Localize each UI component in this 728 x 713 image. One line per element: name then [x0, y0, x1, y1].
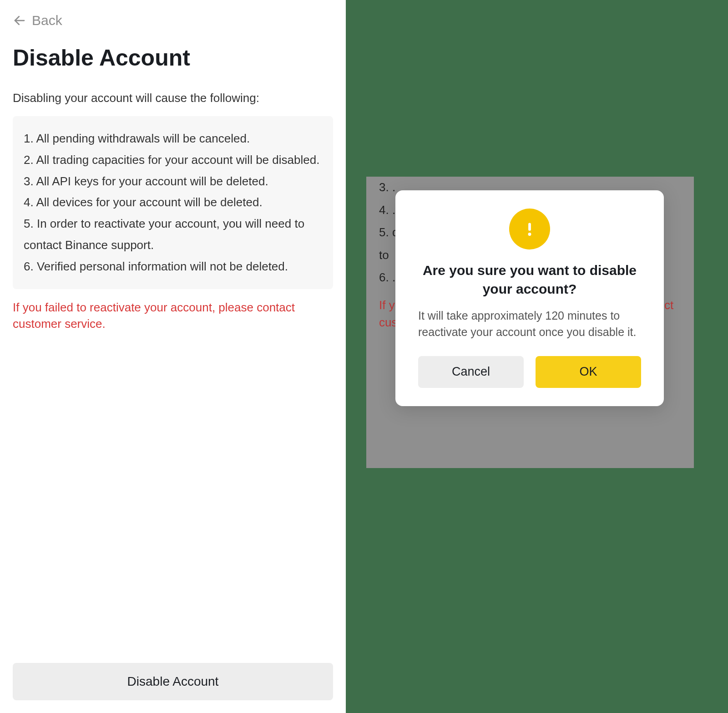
back-label: Back	[32, 13, 62, 28]
svg-rect-1	[528, 223, 531, 231]
list-item: 2. All trading capacities for your accou…	[24, 149, 322, 171]
list-item: 6. Verified personal information will no…	[24, 256, 322, 277]
list-item: 4. All devices for your account will be …	[24, 192, 322, 213]
dialog-body: It will take approximately 120 minutes t…	[418, 307, 641, 341]
dialog-title: Are you sure you want to disable your ac…	[418, 261, 641, 298]
disable-account-screen: Back Disable Account Disabling your acco…	[0, 0, 346, 713]
intro-text: Disabling your account will cause the fo…	[13, 91, 333, 105]
back-button[interactable]: Back	[13, 13, 333, 28]
warning-icon	[509, 209, 550, 250]
warning-text: If you failed to reactivate your account…	[13, 299, 333, 332]
disable-account-button[interactable]: Disable Account	[13, 663, 333, 700]
cancel-button[interactable]: Cancel	[418, 356, 524, 388]
list-item: 1. All pending withdrawals will be cance…	[24, 128, 322, 149]
page-title: Disable Account	[13, 45, 333, 71]
consequence-list: 1. All pending withdrawals will be cance…	[13, 116, 333, 289]
confirm-dialog-screen: disabled. 3. . 4. . 5. d to 6. . If you …	[366, 177, 694, 468]
arrow-left-icon	[13, 14, 26, 27]
svg-point-2	[528, 233, 531, 236]
list-item: 3. All API keys for your account will be…	[24, 171, 322, 192]
confirm-dialog: Are you sure you want to disable your ac…	[395, 190, 664, 406]
dialog-buttons: Cancel OK	[418, 356, 641, 388]
list-item: 5. In order to reactivate your account, …	[24, 213, 322, 256]
ok-button[interactable]: OK	[536, 356, 641, 388]
